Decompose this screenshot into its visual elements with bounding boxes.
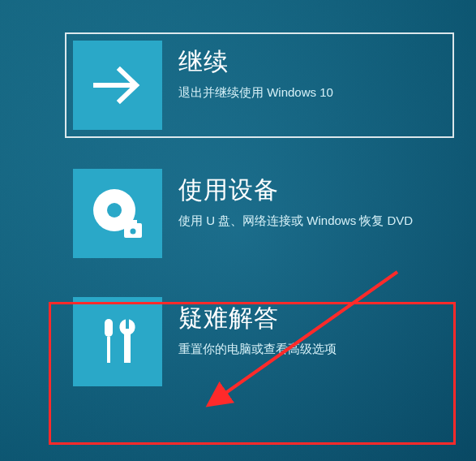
svg-rect-4	[129, 220, 137, 225]
arrow-right-icon	[89, 57, 146, 114]
option-continue-tile	[73, 41, 162, 130]
option-use-device-desc: 使用 U 盘、网络连接或 Windows 恢复 DVD	[178, 212, 413, 229]
option-troubleshoot-desc: 重置你的电脑或查看高级选项	[178, 340, 337, 357]
option-use-device-tile	[73, 169, 162, 258]
option-use-device-title: 使用设备	[178, 174, 413, 207]
disc-device-icon	[85, 181, 150, 246]
boot-options-list: 继续 退出并继续使用 Windows 10 使用设备 使用 U 盘	[65, 32, 454, 417]
svg-point-5	[131, 229, 136, 235]
option-continue-desc: 退出并继续使用 Windows 10	[178, 84, 333, 101]
option-troubleshoot-title: 疑难解答	[178, 302, 337, 335]
option-troubleshoot-text: 疑难解答 重置你的电脑或查看高级选项	[178, 297, 337, 357]
option-continue[interactable]: 继续 退出并继续使用 Windows 10	[65, 32, 454, 138]
tools-icon	[88, 312, 147, 371]
option-use-device-text: 使用设备 使用 U 盘、网络连接或 Windows 恢复 DVD	[178, 169, 413, 229]
svg-rect-6	[105, 319, 113, 337]
option-continue-title: 继续	[178, 45, 333, 79]
option-troubleshoot-tile	[73, 297, 162, 386]
option-use-device[interactable]: 使用设备 使用 U 盘、网络连接或 Windows 恢复 DVD	[65, 161, 454, 266]
svg-point-2	[107, 203, 122, 218]
option-continue-text: 继续 退出并继续使用 Windows 10	[178, 41, 333, 101]
svg-rect-8	[126, 319, 129, 329]
svg-rect-7	[107, 337, 110, 363]
option-troubleshoot[interactable]: 疑难解答 重置你的电脑或查看高级选项	[65, 289, 454, 394]
